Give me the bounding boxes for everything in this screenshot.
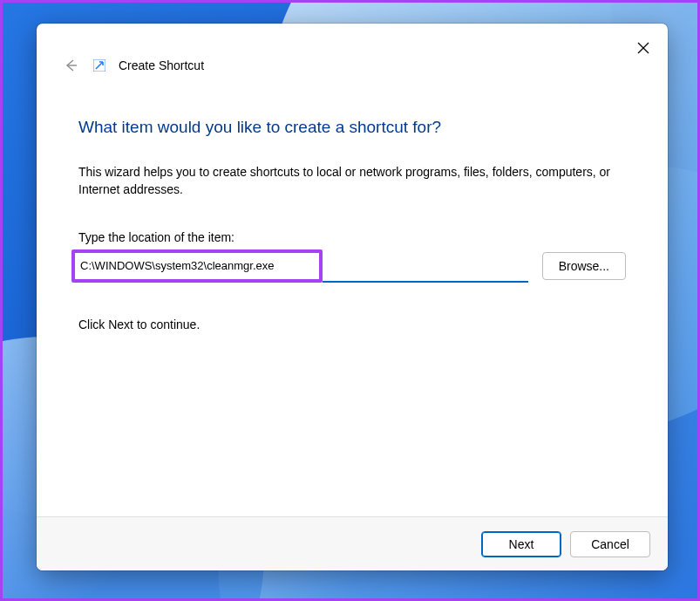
dialog-header: Create Shortcut bbox=[37, 24, 668, 81]
continue-instruction: Click Next to continue. bbox=[78, 318, 626, 331]
create-shortcut-dialog: Create Shortcut What item would you like… bbox=[37, 24, 668, 570]
dialog-content: What item would you like to create a sho… bbox=[37, 81, 668, 516]
shortcut-icon bbox=[92, 58, 106, 72]
input-highlight bbox=[71, 249, 323, 283]
input-underline bbox=[323, 251, 528, 283]
close-icon bbox=[637, 42, 649, 54]
close-button[interactable] bbox=[631, 36, 656, 60]
location-input[interactable] bbox=[75, 253, 319, 279]
back-button[interactable] bbox=[61, 56, 80, 75]
location-row: Browse... bbox=[78, 249, 626, 283]
browse-button[interactable]: Browse... bbox=[542, 252, 626, 280]
wizard-description: This wizard helps you to create shortcut… bbox=[78, 163, 626, 199]
main-heading: What item would you like to create a sho… bbox=[78, 118, 626, 137]
location-label: Type the location of the item: bbox=[78, 230, 626, 244]
cancel-button[interactable]: Cancel bbox=[570, 531, 650, 557]
arrow-left-icon bbox=[63, 58, 78, 73]
dialog-title: Create Shortcut bbox=[119, 58, 204, 72]
next-button[interactable]: Next bbox=[481, 531, 561, 557]
dialog-footer: Next Cancel bbox=[37, 516, 668, 570]
